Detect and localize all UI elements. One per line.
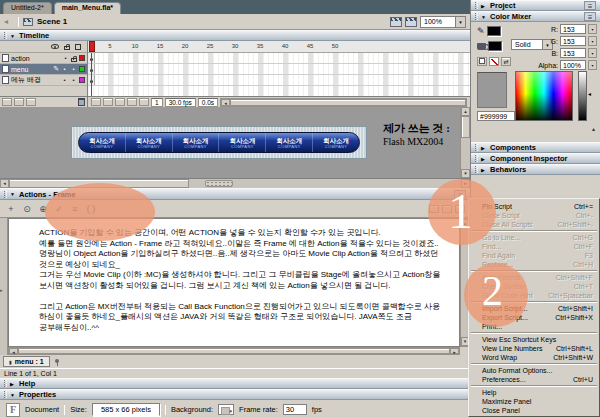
script-horizontal-scrollbar[interactable]: ◂ ▸ (8, 347, 460, 355)
expand-arrow-icon[interactable]: ▶ (481, 3, 487, 9)
properties-panel-header[interactable]: ▼ Properties (0, 389, 470, 400)
behaviors-panel-header[interactable]: ▶ Behaviors (471, 164, 600, 175)
back-arrow-icon[interactable]: ◂ (4, 17, 14, 26)
expand-arrow-icon[interactable]: ▶ (481, 145, 487, 151)
default-colors-icon[interactable] (477, 57, 487, 66)
scroll-up-icon[interactable]: ▴ (461, 107, 470, 116)
collapse-arrow-icon[interactable]: ▼ (10, 392, 16, 398)
collapse-arrow-icon[interactable]: ▼ (10, 191, 16, 197)
script-text-area[interactable]: ACTION을 기입할 수 있는 공간이며, 어떤 ACTION을 넣을 수 있… (8, 218, 460, 347)
delete-layer-button[interactable] (78, 98, 85, 106)
playhead[interactable] (89, 41, 95, 52)
tab-untitled-2[interactable]: Untitled-2* (3, 2, 52, 14)
nav-button-company[interactable]: 회사소개COMPANY (219, 133, 266, 152)
green-value-input[interactable]: 153 (560, 36, 586, 46)
frame-rate-indicator[interactable]: 30.0 fps (165, 98, 196, 107)
show-hide-icon[interactable] (51, 44, 59, 49)
modify-onion-markers-button[interactable] (139, 98, 149, 106)
color-picker-gradient[interactable] (515, 71, 573, 121)
alpha-value-input[interactable]: 100% (560, 60, 586, 70)
panel-splitter-handle[interactable] (205, 180, 233, 187)
menu-item[interactable]: Import Script...Ctrl+Shift+I (469, 304, 599, 313)
scroll-right-icon[interactable]: ▸ (450, 348, 459, 354)
auto-format-icon[interactable]: ≡ (69, 203, 81, 215)
background-color-swatch[interactable] (218, 404, 234, 415)
nav-button-company[interactable]: 회사소개COMPANY (173, 133, 220, 152)
tab-main-menu-fla[interactable]: main_Menu.fla* (54, 2, 121, 14)
menu-item[interactable]: Print... (469, 322, 599, 331)
collapse-arrow-icon[interactable]: ▼ (481, 14, 487, 20)
layer-visible-dot[interactable]: • (62, 55, 69, 61)
insert-layer-button[interactable] (2, 98, 12, 106)
component-inspector-panel-header[interactable]: ▶ Component Inspector (471, 153, 600, 164)
center-frame-button[interactable] (91, 98, 101, 106)
menu-item[interactable]: Maximize Panel (469, 397, 599, 406)
timeline-ruler[interactable]: 5101520253035404550 (88, 41, 470, 53)
chevron-down-icon[interactable]: ▾ (588, 24, 597, 34)
blue-value-input[interactable]: 153 (560, 48, 586, 58)
fill-bucket-icon[interactable] (477, 43, 486, 50)
scroll-left-icon[interactable]: ◂ (9, 348, 18, 354)
zoom-combo[interactable]: 100% ▾ (420, 16, 466, 28)
layer-outline-color[interactable] (79, 77, 85, 83)
actions-panel-header[interactable]: ▼ Actions - Frame ☰ (0, 188, 470, 200)
menu-item[interactable]: Help (469, 388, 599, 397)
onion-skin-button[interactable] (103, 98, 113, 106)
scroll-left-icon[interactable]: ◂ (0, 179, 9, 188)
chevron-down-icon[interactable]: ▾ (588, 48, 597, 58)
layer-row[interactable]: menu✎•• (0, 64, 87, 75)
reference-icon[interactable] (455, 205, 465, 213)
chevron-down-icon[interactable]: ▾ (588, 60, 597, 70)
scroll-right-icon[interactable]: ▸ (461, 179, 470, 188)
edit-multiple-frames-button[interactable] (127, 98, 137, 106)
frame-grid[interactable] (88, 53, 470, 96)
layer-visible-dot[interactable]: • (61, 77, 68, 83)
layer-row[interactable]: 메뉴 배경•• (0, 75, 87, 86)
outline-icon[interactable] (75, 44, 81, 50)
find-icon[interactable]: ⊙ (21, 203, 33, 215)
nav-button-company[interactable]: 회사소개COMPANY (313, 133, 359, 152)
nav-button-company[interactable]: 회사소개COMPANY (266, 133, 313, 152)
layer-lock-dot[interactable]: • (70, 77, 77, 83)
help-panel-header[interactable]: ▶ Help (0, 378, 470, 389)
slider-marker-icon[interactable]: ◂ (588, 90, 591, 97)
nav-button-company[interactable]: 회사소개COMPANY (126, 133, 173, 152)
scrollbar-thumb[interactable] (18, 348, 450, 354)
scrollbar-thumb[interactable] (9, 179, 189, 188)
color-mixer-panel-header[interactable]: ▼ Color Mixer ☰ (471, 11, 600, 22)
stage-horizontal-scrollbar[interactable]: ◂ ▸ (0, 178, 470, 188)
collapse-triangle-icon[interactable]: ▴ (592, 125, 595, 132)
add-motion-guide-button[interactable] (14, 98, 24, 106)
collapse-arrow-icon[interactable]: ▼ (10, 33, 16, 39)
menu-item[interactable]: Close Panel (469, 406, 599, 415)
check-syntax-icon[interactable]: ✓ (53, 203, 65, 215)
stage-vertical-scrollbar[interactable]: ▴ ▾ (460, 107, 470, 178)
stroke-color-swatch[interactable] (487, 26, 501, 36)
expand-arrow-icon[interactable]: ▶ (481, 156, 487, 162)
menu-item[interactable]: View Line NumbersCtrl+Shift+L (469, 344, 599, 353)
layer-outline-color[interactable] (79, 66, 85, 72)
menu-item[interactable]: Auto Format Options... (469, 366, 599, 375)
frame-rate-input[interactable] (283, 404, 307, 415)
expand-arrow-icon[interactable]: ▶ (481, 167, 487, 173)
panel-options-icon[interactable]: ☰ (454, 190, 466, 199)
edit-scene-icon[interactable] (390, 17, 402, 27)
layer-outline-color[interactable] (79, 55, 85, 61)
fill-color-swatch[interactable] (488, 41, 502, 51)
scroll-down-icon[interactable]: ▾ (461, 169, 470, 178)
show-code-hint-icon[interactable]: ( ) (85, 203, 97, 215)
panel-options-icon[interactable]: ☰ (584, 12, 596, 21)
frame-row[interactable] (88, 75, 470, 86)
brightness-slider[interactable] (578, 71, 587, 121)
chevron-down-icon[interactable]: ▾ (588, 36, 597, 46)
insert-folder-button[interactable] (26, 98, 36, 106)
layer-row[interactable]: action• (0, 53, 87, 64)
hex-color-input[interactable]: #999999 (477, 111, 515, 121)
menu-item[interactable]: Word WrapCtrl+Shift+W (469, 353, 599, 362)
stroke-pencil-icon[interactable]: ✎ (477, 27, 485, 36)
scroll-left-icon[interactable]: ◂ (221, 99, 230, 106)
view-options-icon[interactable] (442, 205, 452, 213)
frame-row[interactable] (88, 53, 470, 64)
lock-icon[interactable] (64, 46, 70, 50)
layer-lock-dot[interactable]: • (70, 66, 77, 72)
